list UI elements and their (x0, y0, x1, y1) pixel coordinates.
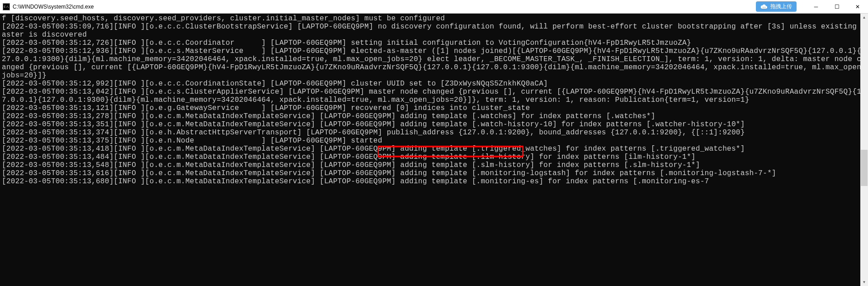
log-line: [2022-03-05T00:35:13,042][INFO ][o.e.c.s… (2, 88, 866, 104)
log-line: [2022-03-05T00:35:12,992][INFO ][o.e.c.c… (2, 80, 866, 88)
upload-label: 拖拽上传 (770, 3, 792, 10)
scroll-track[interactable] (860, 21, 868, 278)
log-line: f [discovery.seed_hosts, discovery.seed_… (2, 14, 866, 23)
cmd-icon (3, 3, 10, 10)
titlebar-left: C:\WINDOWS\system32\cmd.exe (3, 3, 94, 10)
log-line: [2022-03-05T00:35:13,680][INFO ][o.e.c.m… (2, 177, 866, 186)
svg-point-0 (763, 7, 764, 8)
upload-badge[interactable]: 拖拽上传 (756, 1, 797, 12)
window-controls: ─ ☐ ✕ (806, 0, 868, 14)
cloud-icon (760, 4, 768, 10)
svg-point-1 (764, 7, 765, 8)
maximize-button[interactable]: ☐ (826, 0, 847, 14)
vertical-scrollbar[interactable]: ▲ ▼ (860, 14, 868, 286)
cmd-window: C:\WINDOWS\system32\cmd.exe 拖拽上传 ─ ☐ ✕ f… (0, 0, 868, 286)
terminal-output[interactable]: f [discovery.seed_hosts, discovery.seed_… (0, 14, 868, 286)
log-line: [2022-03-05T00:35:13,121][INFO ][o.e.g.G… (2, 104, 866, 112)
titlebar-right: 拖拽上传 ─ ☐ ✕ (756, 0, 868, 14)
window-title: C:\WINDOWS\system32\cmd.exe (13, 4, 94, 10)
minimize-button[interactable]: ─ (806, 0, 826, 14)
log-line: [2022-03-05T00:35:13,374][INFO ][o.e.h.A… (2, 129, 866, 137)
scroll-up-arrow[interactable]: ▲ (860, 14, 868, 21)
log-line: [2022-03-05T00:35:13,548][INFO ][o.e.c.m… (2, 161, 866, 169)
log-line: [2022-03-05T00:35:13,418][INFO ][o.e.c.m… (2, 145, 866, 153)
titlebar[interactable]: C:\WINDOWS\system32\cmd.exe 拖拽上传 ─ ☐ ✕ (0, 0, 868, 14)
log-line: [2022-03-05T00:35:09,716][INFO ][o.e.c.c… (2, 23, 866, 39)
log-line: [2022-03-05T00:35:13,375][INFO ][o.e.n.N… (2, 137, 866, 145)
close-button[interactable]: ✕ (847, 0, 868, 14)
log-line: [2022-03-05T00:35:13,278][INFO ][o.e.c.m… (2, 112, 866, 120)
log-line: [2022-03-05T00:35:12,726][INFO ][o.e.c.c… (2, 39, 866, 47)
scroll-thumb[interactable] (861, 150, 868, 186)
log-line: [2022-03-05T00:35:13,351][INFO ][o.e.c.m… (2, 120, 866, 129)
log-line: [2022-03-05T00:35:13,484][INFO ][o.e.c.m… (2, 153, 866, 161)
log-line: [2022-03-05T00:35:12,936][INFO ][o.e.c.s… (2, 47, 866, 80)
scroll-down-arrow[interactable]: ▼ (860, 278, 868, 286)
log-line: [2022-03-05T00:35:13,616][INFO ][o.e.c.m… (2, 169, 866, 177)
